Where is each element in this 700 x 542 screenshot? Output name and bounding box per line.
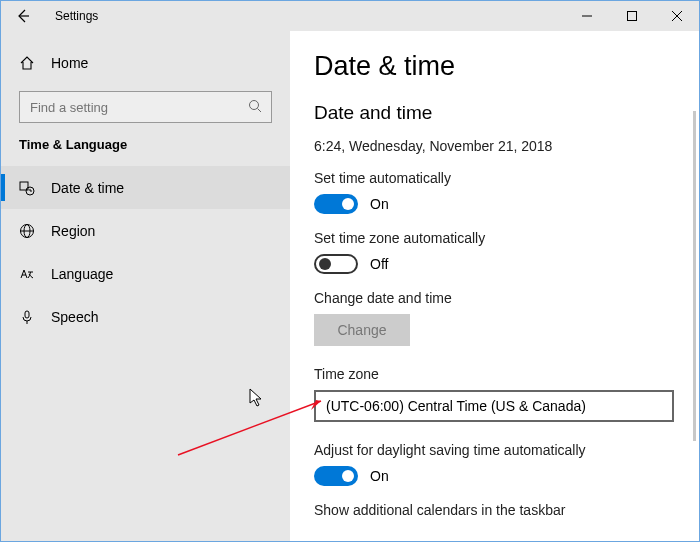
titlebar: Settings bbox=[1, 1, 699, 31]
nav-date-time[interactable]: Date & time bbox=[1, 166, 290, 209]
scrollbar[interactable] bbox=[693, 111, 696, 441]
toggle-state: On bbox=[370, 196, 389, 212]
nav-speech[interactable]: Speech bbox=[1, 295, 290, 338]
sidebar: Home Time & Language Date & time Region … bbox=[1, 31, 290, 541]
category-header: Time & Language bbox=[1, 137, 290, 152]
toggle-state: Off bbox=[370, 256, 388, 272]
back-button[interactable] bbox=[9, 1, 37, 31]
dst-label: Adjust for daylight saving time automati… bbox=[314, 442, 699, 458]
maximize-icon bbox=[627, 11, 637, 21]
nav-label: Language bbox=[51, 266, 113, 282]
toggle-state: On bbox=[370, 468, 389, 484]
microphone-icon bbox=[19, 309, 35, 325]
window-title: Settings bbox=[55, 9, 98, 23]
settings-window: Settings Home Time & Language Date & tim… bbox=[0, 0, 700, 542]
set-tz-auto-label: Set time zone automatically bbox=[314, 230, 699, 246]
home-nav[interactable]: Home bbox=[1, 45, 290, 81]
page-title: Date & time bbox=[314, 51, 699, 82]
timezone-label: Time zone bbox=[314, 366, 699, 382]
close-button[interactable] bbox=[654, 1, 699, 31]
globe-icon bbox=[19, 223, 35, 239]
timezone-value: (UTC-06:00) Central Time (US & Canada) bbox=[326, 398, 586, 414]
close-icon bbox=[672, 11, 682, 21]
back-arrow-icon bbox=[16, 9, 30, 23]
change-button[interactable]: Change bbox=[314, 314, 410, 346]
search-input[interactable] bbox=[19, 91, 272, 123]
timezone-dropdown[interactable]: (UTC-06:00) Central Time (US & Canada) bbox=[314, 390, 674, 422]
change-dt-label: Change date and time bbox=[314, 290, 699, 306]
nav-label: Date & time bbox=[51, 180, 124, 196]
set-tz-auto-toggle[interactable] bbox=[314, 254, 358, 274]
nav-label: Speech bbox=[51, 309, 98, 325]
additional-cals-label: Show additional calendars in the taskbar bbox=[314, 502, 699, 518]
nav-region[interactable]: Region bbox=[1, 209, 290, 252]
minimize-icon bbox=[582, 11, 592, 21]
maximize-button[interactable] bbox=[609, 1, 654, 31]
section-title: Date and time bbox=[314, 102, 699, 124]
language-icon bbox=[19, 266, 35, 282]
home-icon bbox=[19, 55, 35, 71]
current-datetime: 6:24, Wednesday, November 21, 2018 bbox=[314, 138, 699, 154]
date-time-icon bbox=[19, 180, 35, 196]
dst-toggle[interactable] bbox=[314, 466, 358, 486]
set-time-auto-toggle[interactable] bbox=[314, 194, 358, 214]
svg-rect-11 bbox=[25, 311, 29, 318]
minimize-button[interactable] bbox=[564, 1, 609, 31]
content-pane: Date & time Date and time 6:24, Wednesda… bbox=[290, 31, 699, 541]
home-label: Home bbox=[51, 55, 88, 71]
set-time-auto-label: Set time automatically bbox=[314, 170, 699, 186]
nav-label: Region bbox=[51, 223, 95, 239]
svg-rect-1 bbox=[627, 12, 636, 21]
nav-language[interactable]: Language bbox=[1, 252, 290, 295]
